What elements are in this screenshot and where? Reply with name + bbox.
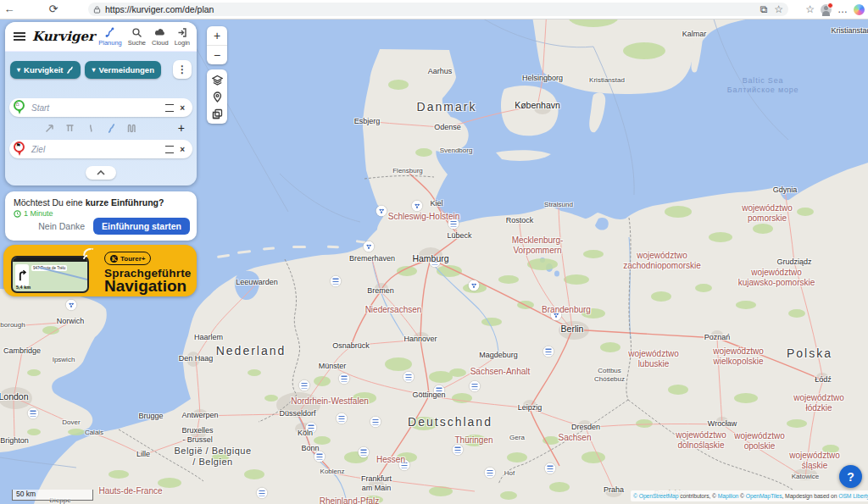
more-menu-icon[interactable]: … bbox=[837, 0, 848, 19]
chevron-up-icon bbox=[97, 170, 105, 175]
harbour-poi-icon bbox=[469, 280, 480, 291]
ziel-placeholder: Ziel bbox=[31, 145, 45, 154]
very-curvy-icon[interactable] bbox=[126, 123, 137, 134]
fastest-route-icon[interactable] bbox=[44, 123, 55, 134]
kurvigkeit-button[interactable]: ▾ Kurvigkeit bbox=[10, 61, 81, 79]
attribution-link[interactable]: OpenMapTiles bbox=[746, 493, 782, 499]
start-input[interactable]: ⌂ Start × bbox=[9, 98, 192, 117]
curviness-presets bbox=[44, 119, 137, 136]
layers-icon bbox=[212, 75, 223, 86]
marker-button[interactable] bbox=[207, 88, 227, 105]
start-tour-button[interactable]: Einführung starten bbox=[93, 218, 190, 235]
address-bar[interactable]: https://kurviger.com/de/plan ⧉ ☆ bbox=[88, 3, 788, 16]
banner-title-line2: Navigation bbox=[104, 277, 186, 296]
drag-handle-icon[interactable] bbox=[165, 146, 174, 153]
route-poi-icon bbox=[314, 451, 326, 462]
more-options-button[interactable]: ⋮ bbox=[173, 60, 192, 79]
browser-actions: ☆ … bbox=[805, 0, 865, 19]
login-icon bbox=[176, 27, 187, 38]
tab-planung[interactable]: Planung bbox=[98, 27, 122, 47]
copilot-icon[interactable] bbox=[854, 4, 865, 15]
route-poi-icon bbox=[359, 447, 370, 458]
intro-question: Möchtest Du eine kurze Einführung? bbox=[14, 197, 190, 208]
favorites-icon[interactable]: ☆ bbox=[805, 0, 815, 19]
panel-header: Kurviger Planung Suche Clou bbox=[5, 22, 197, 52]
map-tools bbox=[207, 69, 227, 124]
navigation-phone-mockup: 947 Route de Trélu 5,4 km bbox=[11, 256, 89, 293]
attribution-text: contributors, © bbox=[678, 493, 717, 499]
vermeidungen-button[interactable]: ▾ Vermeidungen bbox=[85, 61, 160, 79]
search-icon bbox=[131, 27, 142, 38]
slightly-curvy-icon[interactable] bbox=[86, 123, 97, 134]
layers-button[interactable] bbox=[207, 71, 227, 88]
attribution-text: © bbox=[738, 493, 746, 499]
route-poi-icon bbox=[28, 408, 39, 419]
notification-dot bbox=[827, 3, 833, 8]
attribution-link[interactable]: © OpenStreetMap bbox=[633, 493, 678, 499]
clear-ziel-icon[interactable]: × bbox=[180, 145, 185, 154]
route-poi-icon bbox=[448, 219, 459, 230]
add-waypoint-button[interactable]: + bbox=[178, 119, 185, 136]
bookmark-star-icon[interactable]: ☆ bbox=[774, 0, 783, 19]
zoom-out-button[interactable]: − bbox=[207, 45, 227, 64]
attribution-text: , Mapdesign based on bbox=[782, 493, 839, 499]
route-poi-icon bbox=[331, 276, 342, 287]
tab-suche[interactable]: Suche bbox=[128, 27, 146, 47]
harbour-poi-icon bbox=[551, 310, 562, 321]
collapse-panel-button[interactable] bbox=[86, 166, 116, 180]
map-scale: 50 km bbox=[12, 490, 93, 501]
copy-icon bbox=[212, 108, 223, 119]
url-text[interactable]: https://kurviger.com/de/plan bbox=[105, 4, 214, 14]
harbour-poi-icon bbox=[364, 241, 375, 252]
route-poi-icon bbox=[399, 460, 410, 471]
site-info-icon[interactable] bbox=[93, 6, 101, 14]
decline-tour-button[interactable]: Nein Danke bbox=[38, 221, 85, 231]
route-poi-icon bbox=[403, 372, 415, 383]
route-poi-icon bbox=[257, 488, 268, 499]
route-poi-icon bbox=[430, 257, 441, 268]
zoom-in-button[interactable]: + bbox=[207, 26, 227, 45]
menu-icon[interactable] bbox=[14, 32, 25, 41]
zoom-controls: + − bbox=[207, 26, 227, 64]
clear-start-icon[interactable]: × bbox=[180, 103, 185, 113]
route-poi-icon bbox=[306, 423, 317, 434]
intro-duration: 1 Minute bbox=[14, 209, 190, 218]
attribution-link[interactable]: Mapilion bbox=[718, 493, 739, 499]
start-marker-icon: ⌂ bbox=[14, 99, 28, 116]
turn-instruction-chip bbox=[15, 264, 29, 286]
help-button[interactable]: ? bbox=[839, 465, 862, 488]
attribution-link[interactable]: OSM Liberty bbox=[838, 493, 868, 499]
kurviger-logo[interactable]: Kurviger bbox=[32, 29, 95, 44]
drag-handle-icon[interactable] bbox=[165, 104, 174, 112]
balanced-route-icon[interactable] bbox=[64, 123, 75, 134]
tourer-promo-banner[interactable]: 947 Route de Trélu 5,4 km K Tourer+ Spra… bbox=[3, 245, 197, 296]
curvy-icon-selected[interactable] bbox=[106, 123, 117, 134]
kurviger-mark-icon: K bbox=[110, 255, 118, 263]
planning-panel: Kurviger Planung Suche Clou bbox=[5, 22, 197, 186]
split-screen-icon[interactable]: ⧉ bbox=[760, 0, 768, 19]
sound-waves-icon bbox=[81, 248, 98, 262]
back-icon[interactable]: ← bbox=[0, 0, 19, 19]
profile-avatar[interactable] bbox=[821, 4, 832, 15]
tab-cloud[interactable]: Cloud bbox=[152, 27, 169, 47]
route-options-row: ▾ Kurvigkeit ▾ Vermeidungen ⋮ bbox=[10, 60, 192, 79]
harbour-poi-icon bbox=[412, 201, 423, 212]
map-attribution: © OpenStreetMap contributors, © Mapilion… bbox=[631, 490, 868, 501]
chevron-down-icon: ▾ bbox=[17, 66, 20, 74]
tab-login[interactable]: Login bbox=[175, 27, 190, 47]
route-poi-icon bbox=[543, 346, 554, 357]
map-pin-icon bbox=[212, 91, 223, 102]
route-poi-icon bbox=[485, 468, 496, 479]
route-poi-icon bbox=[453, 445, 464, 456]
ziel-input[interactable]: ⚑ Ziel × bbox=[9, 140, 192, 158]
harbour-poi-icon bbox=[376, 206, 387, 217]
reload-icon[interactable]: ⟳ bbox=[44, 0, 63, 19]
tourer-plus-badge: K Tourer+ bbox=[104, 252, 151, 265]
kurviger-route-planner: { "browser": { "url": "https://kurviger.… bbox=[0, 0, 868, 504]
curvy-road-icon bbox=[66, 66, 74, 74]
route-poi-icon bbox=[545, 463, 556, 474]
distance-label: 5,4 km bbox=[16, 285, 31, 290]
cloud-icon bbox=[154, 27, 165, 38]
duplicate-button[interactable] bbox=[207, 105, 227, 122]
browser-toolbar: ← ⟳ https://kurviger.com/de/plan ⧉ ☆ ☆ … bbox=[0, 0, 868, 19]
